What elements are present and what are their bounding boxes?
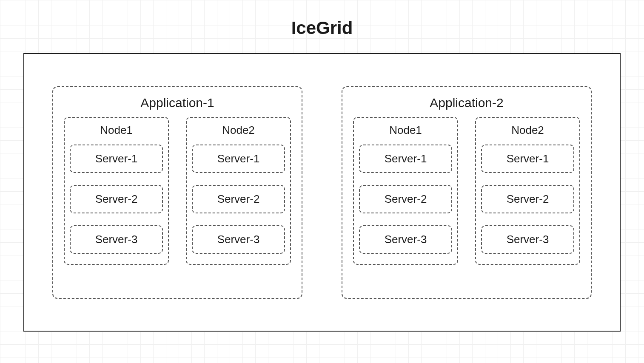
application-2-node-1-server-3: Server-3 bbox=[359, 225, 452, 254]
application-2-node-1-server-2: Server-2 bbox=[359, 185, 452, 213]
application-1-node-1: Node1 Server-1 Server-2 Server-3 bbox=[64, 117, 169, 265]
server-label: Server-1 bbox=[363, 152, 448, 165]
application-1-node-2-server-3: Server-3 bbox=[192, 225, 285, 254]
application-2-node-2-server-3: Server-3 bbox=[481, 225, 574, 254]
server-label: Server-3 bbox=[74, 233, 159, 246]
application-2-node-2-title: Node2 bbox=[511, 124, 544, 137]
server-label: Server-2 bbox=[363, 193, 448, 206]
server-label: Server-3 bbox=[363, 233, 448, 246]
server-label: Server-1 bbox=[196, 152, 281, 165]
application-1-node-2-server-2: Server-2 bbox=[192, 185, 285, 213]
application-1-node-2-title: Node2 bbox=[222, 124, 255, 137]
application-1: Application-1 Node1 Server-1 Server-2 Se… bbox=[52, 86, 302, 299]
application-1-node-1-server-1: Server-1 bbox=[70, 145, 163, 173]
server-label: Server-2 bbox=[485, 193, 570, 206]
application-2-node-1-server-1: Server-1 bbox=[359, 145, 452, 173]
application-1-node-2-server-1: Server-1 bbox=[192, 145, 285, 173]
server-label: Server-3 bbox=[485, 233, 570, 246]
application-2-node-1-title: Node1 bbox=[389, 124, 422, 137]
application-1-node-1-server-2: Server-2 bbox=[70, 185, 163, 213]
server-label: Server-2 bbox=[74, 193, 159, 206]
server-label: Server-3 bbox=[196, 233, 281, 246]
application-1-title: Application-1 bbox=[140, 96, 214, 110]
application-1-node-1-title: Node1 bbox=[100, 124, 133, 137]
application-2: Application-2 Node1 Server-1 Server-2 Se… bbox=[342, 86, 592, 299]
server-label: Server-1 bbox=[74, 152, 159, 165]
server-label: Server-1 bbox=[485, 152, 570, 165]
application-2-title: Application-2 bbox=[430, 96, 503, 110]
icegrid-container: Application-1 Node1 Server-1 Server-2 Se… bbox=[23, 53, 621, 332]
application-1-node-2: Node2 Server-1 Server-2 Server-3 bbox=[186, 117, 291, 265]
application-2-nodes: Node1 Server-1 Server-2 Server-3 Node2 S… bbox=[349, 117, 584, 265]
diagram-title: IceGrid bbox=[0, 18, 644, 38]
application-2-node-2-server-1: Server-1 bbox=[481, 145, 574, 173]
server-label: Server-2 bbox=[196, 193, 281, 206]
application-2-node-1: Node1 Server-1 Server-2 Server-3 bbox=[353, 117, 458, 265]
application-2-node-2-server-2: Server-2 bbox=[481, 185, 574, 213]
application-1-node-1-server-3: Server-3 bbox=[70, 225, 163, 254]
application-1-nodes: Node1 Server-1 Server-2 Server-3 Node2 S… bbox=[60, 117, 295, 265]
application-2-node-2: Node2 Server-1 Server-2 Server-3 bbox=[475, 117, 580, 265]
